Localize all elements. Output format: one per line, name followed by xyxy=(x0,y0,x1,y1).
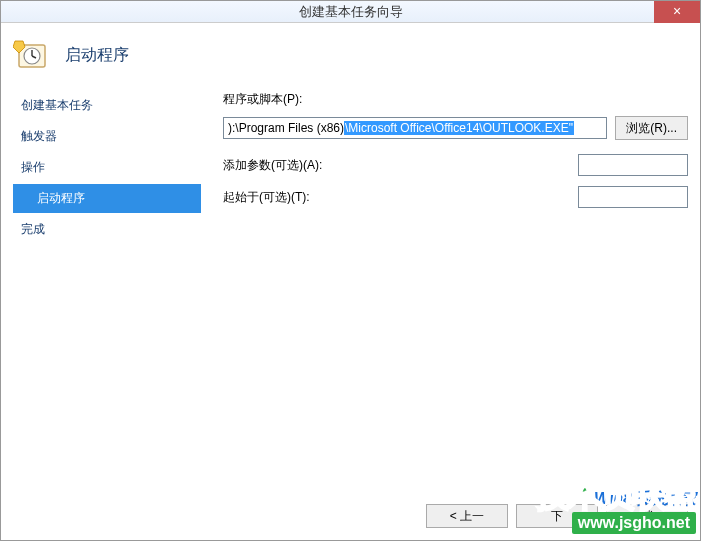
form-panel: 程序或脚本(P): ):\Program Files (x86)\Microso… xyxy=(201,91,700,481)
startin-input[interactable] xyxy=(578,186,688,208)
path-prefix-text: ):\Program Files (x86) xyxy=(228,121,344,135)
path-selected-text: \Microsoft Office\Office14\OUTLOOK.EXE" xyxy=(344,121,574,135)
sidebar-item-action[interactable]: 操作 xyxy=(13,153,201,182)
arguments-input[interactable] xyxy=(578,154,688,176)
browse-button[interactable]: 浏览(R)... xyxy=(615,116,688,140)
program-path-input[interactable]: ):\Program Files (x86)\Microsoft Office\… xyxy=(223,117,607,139)
sidebar-item-finish[interactable]: 完成 xyxy=(13,215,201,244)
titlebar: 创建基本任务向导 × xyxy=(1,1,700,23)
next-button[interactable]: 下 xyxy=(516,504,598,528)
close-button[interactable]: × xyxy=(654,1,700,23)
clock-wizard-icon xyxy=(13,37,49,73)
window-title: 创建基本任务向导 xyxy=(299,4,403,19)
program-label: 程序或脚本(P): xyxy=(223,91,688,108)
close-icon: × xyxy=(673,3,681,19)
arguments-label: 添加参数(可选)(A): xyxy=(223,157,343,174)
wizard-header: 启动程序 xyxy=(1,23,700,91)
startin-label: 起始于(可选)(T): xyxy=(223,189,343,206)
sidebar-item-trigger[interactable]: 触发器 xyxy=(13,122,201,151)
wizard-footer: < 上一 下 消 xyxy=(426,504,688,528)
cancel-button[interactable]: 消 xyxy=(606,504,688,528)
sidebar-item-create-task[interactable]: 创建基本任务 xyxy=(13,91,201,120)
sidebar-item-start-program[interactable]: 启动程序 xyxy=(13,184,201,213)
back-button[interactable]: < 上一 xyxy=(426,504,508,528)
wizard-sidebar: 创建基本任务 触发器 操作 启动程序 完成 xyxy=(1,91,201,481)
page-title: 启动程序 xyxy=(65,45,129,66)
